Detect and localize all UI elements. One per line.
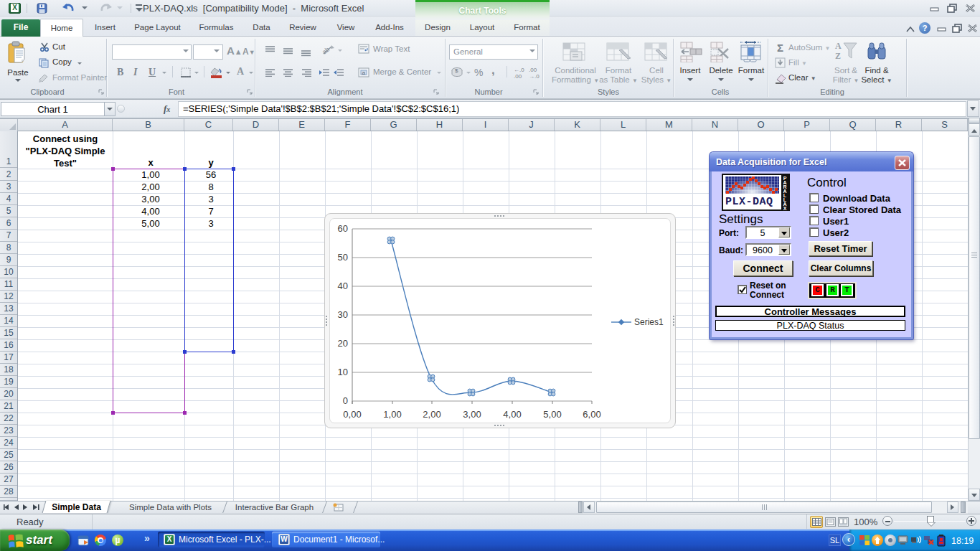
svg-text:1,00: 1,00 [383, 409, 401, 420]
svg-text:2,00: 2,00 [423, 409, 440, 420]
svg-text:50: 50 [338, 252, 348, 263]
svg-text:5,00: 5,00 [543, 409, 561, 420]
svg-text:20: 20 [338, 338, 348, 349]
svg-text:0: 0 [343, 395, 348, 406]
svg-text:Z: Z [835, 51, 841, 61]
svg-text:6,00: 6,00 [583, 409, 600, 420]
svg-text:ab: ab [321, 46, 331, 56]
svg-text:0,00: 0,00 [343, 409, 361, 420]
svg-text:30: 30 [338, 309, 348, 320]
svg-text:10: 10 [338, 367, 348, 377]
svg-text:40: 40 [338, 281, 348, 291]
svg-text:4,00: 4,00 [503, 409, 521, 420]
svg-text:$: $ [455, 67, 458, 74]
svg-text:3,00: 3,00 [463, 409, 481, 420]
svg-text:A: A [835, 41, 842, 51]
svg-text:Series1: Series1 [634, 317, 664, 327]
svg-text:60: 60 [338, 223, 348, 234]
svg-text:a: a [362, 70, 366, 76]
